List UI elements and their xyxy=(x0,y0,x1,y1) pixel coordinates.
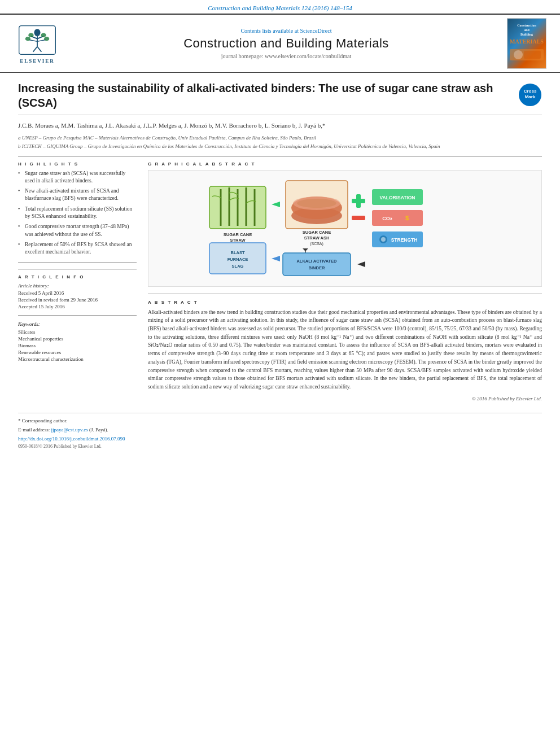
highlight-item-5: Replacement of 50% of BFS by SCSA showed… xyxy=(18,241,137,256)
keyword-1: Silicates xyxy=(18,329,137,335)
highlight-item-1: Sugar cane straw ash (SCSA) was successf… xyxy=(18,170,137,185)
svg-text:ALKALI ACTIVATED: ALKALI ACTIVATED xyxy=(296,259,337,264)
svg-line-8 xyxy=(37,47,41,52)
svg-text:$: $ xyxy=(405,215,409,221)
footer-issn: 0950-0618/© 2016 Published by Elsevier L… xyxy=(18,444,542,449)
svg-text:SUGAR CANE: SUGAR CANE xyxy=(224,232,252,237)
keyword-2: Mechanical properties xyxy=(18,336,137,342)
affiliations: a UNESP – Grupo de Pesquisa MAC – Materi… xyxy=(18,134,542,151)
elsevier-tree-icon xyxy=(15,23,60,57)
journal-citation-line: Construction and Building Materials 124 … xyxy=(0,0,560,14)
received-revised-date: Received in revised form 29 June 2016 xyxy=(18,297,137,303)
keywords-title: Keywords: xyxy=(18,321,137,327)
svg-line-7 xyxy=(33,47,37,52)
graphical-abstract-title: G R A P H I C A L A B S T R A C T xyxy=(148,161,542,167)
journal-header: ELSEVIER Contents lists available at Sci… xyxy=(0,14,560,73)
sciencedirect-text[interactable]: ScienceDirect xyxy=(300,28,331,34)
highlights-divider xyxy=(18,262,137,263)
accepted-date: Accepted 15 July 2016 xyxy=(18,304,137,309)
cover-image-icon xyxy=(510,46,544,63)
authors-section: J.C.B. Moraes a, M.M. Tashima a, J.L. Ak… xyxy=(18,121,542,131)
main-content: Increasing the sustainability of alkali-… xyxy=(0,73,560,460)
abstract-divider xyxy=(148,294,542,294)
svg-point-14 xyxy=(514,50,523,59)
elsevier-brand-text: ELSEVIER xyxy=(20,58,55,64)
article-title-section: Increasing the sustainability of alkali-… xyxy=(18,81,542,115)
svg-line-6 xyxy=(37,40,46,42)
footer-doi[interactable]: http://dx.doi.org/10.1016/j.conbuildmat.… xyxy=(18,436,542,442)
right-column: G R A P H I C A L A B S T R A C T xyxy=(148,161,542,401)
svg-text:SUGAR CANE: SUGAR CANE xyxy=(303,230,331,235)
email-name: (J. Payá). xyxy=(89,427,108,433)
journal-cover-thumbnail: Construction and Building MATERIALS xyxy=(507,18,546,69)
authors-text: J.C.B. Moraes a, M.M. Tashima a, J.L. Ak… xyxy=(18,122,326,129)
svg-rect-43 xyxy=(352,216,365,220)
two-column-layout: H I G H L I G H T S Sugar cane straw ash… xyxy=(18,161,542,401)
section-rule xyxy=(18,156,542,157)
keyword-5: Microstructural characterization xyxy=(18,356,137,362)
svg-rect-37 xyxy=(356,194,361,208)
article-history-title: Article history: xyxy=(18,283,137,289)
svg-rect-15 xyxy=(524,51,541,59)
svg-text:FURNACE: FURNACE xyxy=(228,257,248,262)
svg-point-10 xyxy=(41,33,46,37)
svg-point-32 xyxy=(297,199,336,208)
graphical-abstract-diagram: SUGAR CANE STRAW SUGAR CANE STRAW ASH xyxy=(153,175,537,279)
svg-marker-54 xyxy=(272,256,280,261)
svg-text:CO₂: CO₂ xyxy=(382,216,392,221)
svg-text:STRENGTH: STRENGTH xyxy=(391,237,418,243)
abstract-section: A B S T R A C T Alkali-activated binders… xyxy=(148,300,542,401)
highlight-item-4: Good compressive mortar strength (37–48 … xyxy=(18,223,137,238)
abstract-title: A B S T R A C T xyxy=(148,300,542,305)
svg-marker-58 xyxy=(357,261,365,267)
corresponding-label: * Corresponding author. xyxy=(18,418,67,423)
svg-text:STRAW: STRAW xyxy=(230,238,246,243)
svg-rect-55 xyxy=(283,253,351,276)
affiliation-a: a UNESP – Grupo de Pesquisa MAC – Materi… xyxy=(18,134,542,142)
svg-point-46 xyxy=(381,237,386,242)
highlight-item-2: New alkali-activated mixtures of SCSA an… xyxy=(18,187,137,203)
journal-center-info: Contents lists available at ScienceDirec… xyxy=(65,28,507,59)
svg-text:Mark: Mark xyxy=(525,94,536,99)
crossmark-badge-icon[interactable]: Cross Mark xyxy=(518,83,542,107)
journal-title: Construction and Building Materials xyxy=(71,36,501,51)
highlights-list: Sugar cane straw ash (SCSA) was successf… xyxy=(18,170,137,256)
article-info: A R T I C L E I N F O Article history: R… xyxy=(18,269,137,362)
article-history: Article history: Received 5 April 2016 R… xyxy=(18,283,137,309)
svg-point-1 xyxy=(34,29,40,36)
journal-homepage: journal homepage: www.elsevier.com/locat… xyxy=(71,53,501,59)
highlights-title: H I G H L I G H T S xyxy=(18,161,137,167)
elsevier-logo: ELSEVIER xyxy=(9,23,65,64)
svg-text:BINDER: BINDER xyxy=(309,265,325,270)
keywords-divider xyxy=(18,315,137,316)
sciencedirect-prefix: Contents lists available at xyxy=(240,28,300,34)
svg-text:BLAST: BLAST xyxy=(231,250,245,255)
affiliation-b: b ICITECH – GIQUIMA Group – Grupo de Inv… xyxy=(18,143,542,151)
footer-corresponding: * Corresponding author. xyxy=(18,418,542,423)
left-column: H I G H L I G H T S Sugar cane straw ash… xyxy=(18,161,137,401)
footer-email: E-mail address: jjpaya@cst.upv.es (J. Pa… xyxy=(18,427,542,433)
article-info-title: A R T I C L E I N F O xyxy=(18,274,137,279)
svg-text:SLAG: SLAG xyxy=(232,264,244,269)
svg-line-5 xyxy=(29,40,37,42)
svg-point-9 xyxy=(28,33,33,37)
svg-text:Cross: Cross xyxy=(524,89,537,94)
sciencedirect-link[interactable]: Contents lists available at ScienceDirec… xyxy=(71,28,501,34)
svg-marker-27 xyxy=(272,202,280,207)
svg-point-12 xyxy=(44,37,49,41)
keyword-4: Renewable resources xyxy=(18,350,137,355)
email-link[interactable]: jjpaya@cst.upv.es xyxy=(51,427,88,433)
email-label: E-mail address: xyxy=(18,427,50,433)
cover-top-text: Construction and Building xyxy=(517,24,536,37)
abstract-text: Alkali-activated binders are the new tre… xyxy=(148,308,542,391)
svg-point-11 xyxy=(25,37,30,41)
svg-text:VALORISATION: VALORISATION xyxy=(380,195,415,200)
cover-materials-text: MATERIALS xyxy=(510,38,544,45)
doi-link[interactable]: http://dx.doi.org/10.1016/j.conbuildmat.… xyxy=(18,436,125,442)
graphical-abstract: SUGAR CANE STRAW SUGAR CANE STRAW ASH xyxy=(148,170,542,287)
highlight-item-3: Total replacement of sodium silicate (SS… xyxy=(18,206,137,221)
keywords-section: Keywords: Silicates Mechanical propertie… xyxy=(18,321,137,362)
received-date: Received 5 April 2016 xyxy=(18,290,137,296)
svg-text:STRAW ASH: STRAW ASH xyxy=(304,235,330,241)
keyword-3: Biomass xyxy=(18,343,137,348)
